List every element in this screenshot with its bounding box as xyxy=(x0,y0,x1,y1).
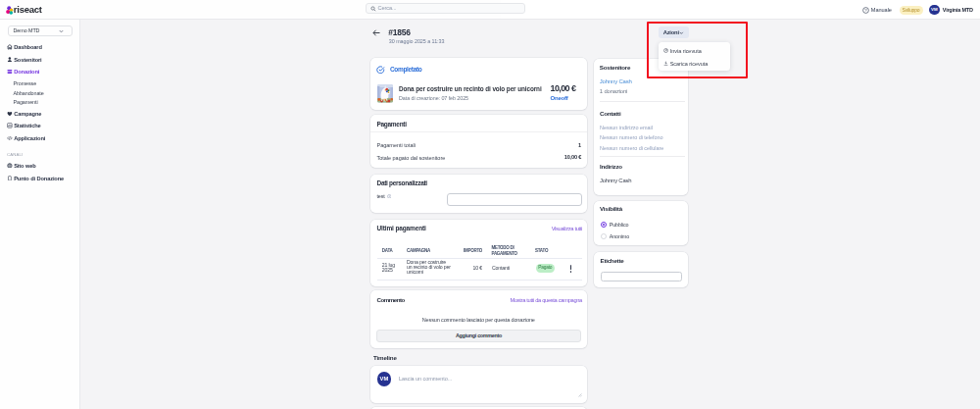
svg-text:?: ? xyxy=(864,7,867,12)
